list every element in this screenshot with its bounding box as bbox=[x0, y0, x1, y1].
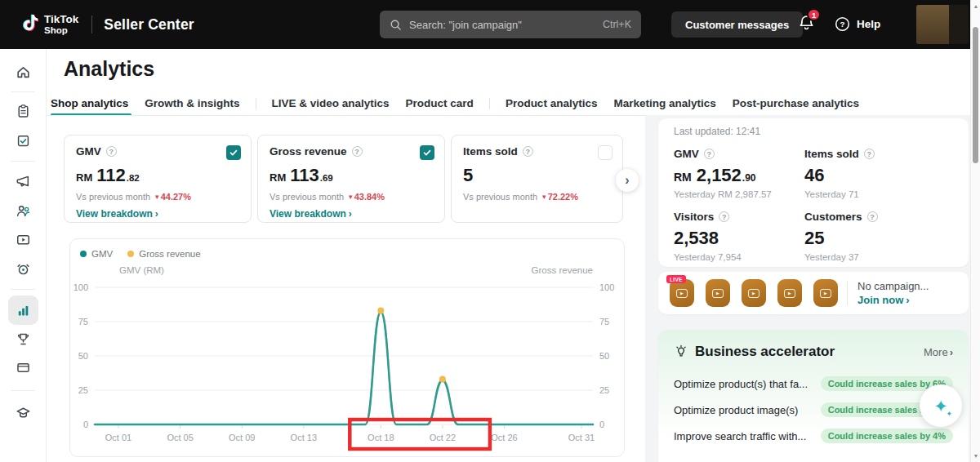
accelerator-suggestion-row[interactable]: Improve search traffic with...Could incr… bbox=[674, 429, 953, 443]
ai-assistant-button[interactable]: ✦ ✦ bbox=[920, 384, 962, 427]
metric-card-checkbox[interactable] bbox=[598, 145, 612, 160]
sidebar-item-marketing[interactable] bbox=[8, 167, 38, 196]
help-icon[interactable]: ? bbox=[864, 149, 875, 159]
avatar-image-right bbox=[949, 5, 969, 44]
sidebar-item-growth[interactable] bbox=[8, 324, 38, 353]
header-divider bbox=[91, 16, 92, 33]
search-icon bbox=[390, 19, 402, 31]
help-icon[interactable]: ? bbox=[106, 146, 117, 157]
more-link[interactable]: More› bbox=[924, 346, 953, 358]
scroll-down-icon[interactable]: ▼ bbox=[971, 453, 980, 459]
campaign-text-block: No campaign... Join now› bbox=[858, 280, 929, 306]
sidebar-item-orders[interactable] bbox=[8, 96, 38, 126]
top-header-bar: TikTok Shop Seller Center Search: "join … bbox=[0, 0, 970, 49]
sidebar-divider bbox=[11, 289, 35, 290]
sidebar-item-affiliate[interactable] bbox=[8, 196, 38, 225]
video-play-icon: ▶ bbox=[748, 289, 760, 298]
view-breakdown-link[interactable]: View breakdown› bbox=[76, 208, 239, 220]
tab-product-card[interactable]: Product card bbox=[398, 91, 482, 115]
view-breakdown-link[interactable]: View breakdown› bbox=[270, 208, 433, 220]
tab-live-video-analytics[interactable]: LIVE & video analytics bbox=[264, 91, 398, 115]
overview-metric-yesterday: Yesterday 37 bbox=[804, 252, 953, 262]
sidebar-divider bbox=[11, 390, 35, 391]
tab-growth-insights[interactable]: Growth & insights bbox=[136, 91, 247, 115]
metric-card-checkbox[interactable] bbox=[420, 145, 434, 160]
account-avatar[interactable] bbox=[916, 5, 969, 44]
chevron-right-icon: › bbox=[349, 208, 352, 220]
x-tick-label: Oct 31 bbox=[568, 433, 595, 442]
metric-card-gross-revenue[interactable]: Gross revenue ? RM 113 .69 Vs previous m… bbox=[257, 135, 445, 223]
legend-item-gmv[interactable]: GMV bbox=[80, 249, 113, 259]
live-badge: LIVE bbox=[666, 275, 686, 283]
sidebar-item-analytics[interactable] bbox=[8, 295, 38, 325]
wallet-icon bbox=[16, 360, 31, 375]
metric-card-title: Items sold bbox=[463, 145, 518, 158]
alarm-icon bbox=[16, 261, 31, 277]
metric-card-title: Gross revenue bbox=[270, 145, 347, 158]
sidebar-item-home[interactable] bbox=[8, 57, 38, 87]
down-arrow-icon: ▾ bbox=[155, 193, 159, 201]
gross-revenue-peak-marker bbox=[377, 308, 384, 314]
tab-post-purchase-analytics[interactable]: Post-purchase analytics bbox=[724, 91, 867, 115]
help-icon[interactable]: ? bbox=[719, 211, 729, 222]
help-icon[interactable]: ? bbox=[523, 146, 533, 157]
x-tick-label: Oct 22 bbox=[430, 433, 456, 442]
campaign-avatar[interactable]: ▶ bbox=[813, 279, 838, 307]
page-title: Analytics bbox=[64, 57, 154, 81]
campaign-avatar[interactable]: ▶ bbox=[742, 279, 766, 307]
graduation-cap-icon bbox=[16, 405, 31, 420]
right-axis-tick: 100 bbox=[599, 282, 614, 292]
scrollbar-thumb[interactable] bbox=[973, 27, 978, 163]
video-icon bbox=[16, 232, 31, 247]
today-overview-card: Last updated: 12:41 GMV?RM2,152.90Yester… bbox=[658, 118, 969, 267]
sidebar-item-academy[interactable] bbox=[8, 398, 38, 427]
carousel-next-button[interactable]: › bbox=[616, 169, 639, 192]
left-navigation-sidebar bbox=[0, 49, 47, 462]
business-accelerator-title: Business accelerator bbox=[695, 344, 835, 360]
overview-metric-value: RM2,152.90 bbox=[674, 165, 804, 186]
tab-shop-analytics[interactable]: Shop analytics bbox=[51, 91, 136, 115]
logo-line2: Shop bbox=[44, 25, 78, 35]
customer-messages-button[interactable]: Customer messages bbox=[671, 11, 803, 38]
metric-value: RM 112 .82 bbox=[76, 165, 239, 186]
sidebar-item-products[interactable] bbox=[8, 126, 38, 155]
right-axis-tick: 75 bbox=[599, 317, 609, 327]
tab-marketing-analytics[interactable]: Marketing analytics bbox=[605, 91, 724, 115]
avatar-image-left bbox=[916, 5, 949, 44]
video-play-icon: ▶ bbox=[784, 289, 795, 298]
chart-legend: GMV Gross revenue bbox=[80, 249, 201, 259]
sidebar-item-content[interactable] bbox=[8, 224, 38, 254]
join-now-link[interactable]: Join now› bbox=[858, 294, 929, 306]
legend-item-gross-revenue[interactable]: Gross revenue bbox=[127, 249, 200, 259]
metric-value: RM 113 .69 bbox=[270, 165, 433, 186]
overview-metric-label: Items sold bbox=[804, 148, 859, 160]
tiktok-shop-logo[interactable]: TikTok Shop bbox=[18, 13, 78, 37]
overview-metric-label: Customers bbox=[804, 211, 862, 223]
metric-card-checkbox[interactable] bbox=[226, 145, 241, 160]
suggestion-label: Optimize product(s) that fa... bbox=[674, 378, 808, 390]
metric-card-items-sold[interactable]: Items sold ? 5 Vs previous month ▾72.22% bbox=[451, 135, 623, 223]
sidebar-item-finance[interactable] bbox=[8, 353, 38, 382]
accelerator-suggestion-row[interactable]: Optimize product(s) that fa...Could incr… bbox=[674, 376, 953, 391]
campaign-avatar[interactable]: ▶ bbox=[777, 279, 802, 307]
left-axis-tick: 0 bbox=[83, 420, 88, 429]
help-icon[interactable]: ? bbox=[352, 146, 363, 157]
page-scrollbar[interactable]: ▲ ▼ bbox=[970, 0, 980, 462]
campaign-avatar[interactable]: LIVE▶ bbox=[670, 279, 694, 307]
calendar-check-icon bbox=[16, 133, 31, 149]
overview-metric-value: 46 bbox=[804, 165, 953, 186]
x-tick-label: Oct 05 bbox=[167, 433, 193, 442]
tab-product-analytics[interactable]: Product analytics bbox=[497, 91, 606, 115]
sidebar-item-live[interactable] bbox=[8, 254, 38, 283]
right-axis-tick: 0 bbox=[599, 420, 604, 429]
help-button[interactable]: ? Help bbox=[835, 16, 880, 32]
gmv-vs-gross-revenue-line-chart: 00252550507575100100GMV (RM)Gross revenu… bbox=[70, 239, 624, 456]
campaign-avatar[interactable]: ▶ bbox=[706, 279, 730, 307]
global-search-input[interactable]: Search: "join campaign" Ctrl+K bbox=[380, 11, 641, 38]
accelerator-suggestion-row[interactable]: Optimize product image(s)Could increase … bbox=[674, 402, 953, 417]
help-icon[interactable]: ? bbox=[704, 149, 715, 159]
right-axis-title: Gross revenue bbox=[532, 265, 593, 275]
metric-card-gmv[interactable]: GMV ? RM 112 .82 Vs previous month ▾44.2… bbox=[64, 135, 252, 223]
help-icon[interactable]: ? bbox=[867, 211, 878, 222]
scroll-up-icon[interactable]: ▲ bbox=[971, 3, 980, 9]
